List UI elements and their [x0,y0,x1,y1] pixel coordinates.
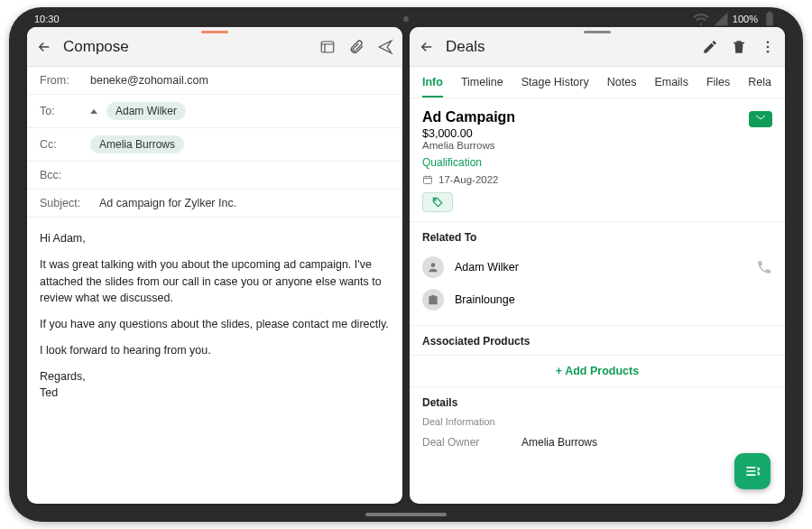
deals-tabs: Info Timeline Stage History Notes Emails… [410,67,785,98]
body-sign2: Ted [40,385,390,402]
svg-point-4 [767,45,770,48]
calendar-icon [422,174,433,185]
tag-button[interactable] [422,192,453,212]
deal-info-label: Deal Information [422,416,772,427]
svg-point-5 [767,50,770,52]
bcc-label: Bcc: [40,169,81,181]
body-sign1: Regards, [40,368,390,385]
cc-row[interactable]: Cc: Amelia Burrows [27,128,402,162]
associated-title: Associated Products [422,335,772,348]
svg-rect-2 [321,42,334,52]
svg-rect-6 [424,177,432,184]
cc-chip[interactable]: Amelia Burrows [90,135,184,153]
deal-owner-value: Amelia Burrows [521,436,597,449]
related-account-row[interactable]: Brainlounge [422,283,772,316]
compose-title: Compose [63,38,309,56]
subject-value: Ad campaign for Zylker Inc. [99,197,236,209]
details-title: Details [422,396,772,409]
tab-files[interactable]: Files [706,67,730,97]
back-icon[interactable] [36,39,52,55]
to-chip[interactable]: Adam Wilker [106,102,186,120]
related-contact-name: Adam Wilker [455,261,745,274]
body-p1: It was great talking with you about the … [40,256,390,307]
tab-emails[interactable]: Emails [654,67,688,97]
deal-stage: Qualification [422,156,772,169]
fab-button[interactable] [734,453,770,489]
body-greeting: Hi Adam, [40,230,390,247]
compose-body[interactable]: Hi Adam, It was great talking with you a… [27,218,402,504]
more-icon[interactable] [760,39,776,55]
collapse-icon[interactable] [90,109,97,114]
cc-label: Cc: [40,138,81,151]
drag-handle-icon[interactable] [201,31,228,33]
from-value: beneke@zohomail.com [90,74,208,87]
delete-icon[interactable] [731,39,747,55]
subject-label: Subject: [40,197,90,209]
signal-icon [713,11,729,27]
edit-icon[interactable] [702,39,718,55]
battery-icon [761,11,778,27]
attachment-icon[interactable] [348,39,364,55]
body-p3: I look forward to hearing from you. [40,342,390,359]
back-icon[interactable] [419,39,435,55]
deal-header: Ad Campaign $3,000.00 Amelia Burrows Qua… [410,98,785,222]
related-section: Related To Adam Wilker Brainlounge [410,222,785,326]
deal-owner: Amelia Burrows [422,140,772,151]
to-row[interactable]: To: Adam Wilker [27,95,402,128]
deal-amount: $3,000.00 [422,127,772,140]
svg-rect-1 [769,12,771,14]
deal-owner-label: Deal Owner [422,436,521,449]
related-contact-row[interactable]: Adam Wilker [422,251,772,283]
deal-date-row: 17-Aug-2022 [422,174,772,185]
body-p2: If you have any questions about the slid… [40,316,390,333]
tablet-frame: 10:30 100% Compose From: beneke [9,7,803,522]
status-battery: 100% [733,14,758,24]
related-account-name: Brainlounge [455,293,772,306]
svg-rect-0 [766,13,773,25]
template-icon[interactable] [319,39,336,55]
tab-notes[interactable]: Notes [607,67,637,97]
deals-appbar: Deals [410,27,785,67]
details-section: Details Deal Information Deal Owner Amel… [410,387,785,461]
deals-pane: Deals Info Timeline Stage History Notes … [410,27,785,504]
deal-name: Ad Campaign [422,109,772,125]
deal-date: 17-Aug-2022 [438,174,499,185]
bcc-row[interactable]: Bcc: [27,162,402,190]
add-products-button[interactable]: + Add Products [410,356,785,386]
mail-badge-icon[interactable] [749,111,772,127]
from-label: From: [40,74,81,87]
to-label: To: [40,105,81,117]
tab-related[interactable]: Rela [748,67,771,97]
building-icon [422,289,444,311]
tab-stagehistory[interactable]: Stage History [521,67,589,97]
home-indicator[interactable] [365,513,447,516]
subject-row[interactable]: Subject: Ad campaign for Zylker Inc. [27,190,402,218]
send-icon[interactable] [377,39,393,55]
tab-info[interactable]: Info [422,67,443,97]
svg-point-3 [767,41,770,43]
wifi-icon [693,11,709,27]
associated-section: Associated Products [410,326,785,356]
status-time: 10:30 [34,14,60,24]
deal-owner-row: Deal Owner Amelia Burrows [422,432,772,452]
phone-icon[interactable] [756,259,772,275]
deals-title: Deals [446,38,691,56]
status-bar: 10:30 100% [34,11,778,27]
svg-point-8 [431,263,436,267]
tab-timeline[interactable]: Timeline [461,67,503,97]
compose-appbar: Compose [27,27,402,67]
related-title: Related To [422,231,772,244]
from-row: From: beneke@zohomail.com [27,67,402,95]
compose-pane: Compose From: beneke@zohomail.com To: Ad… [27,27,402,504]
svg-point-7 [435,200,436,200]
drag-handle-icon[interactable] [584,31,611,33]
person-icon [422,256,444,278]
